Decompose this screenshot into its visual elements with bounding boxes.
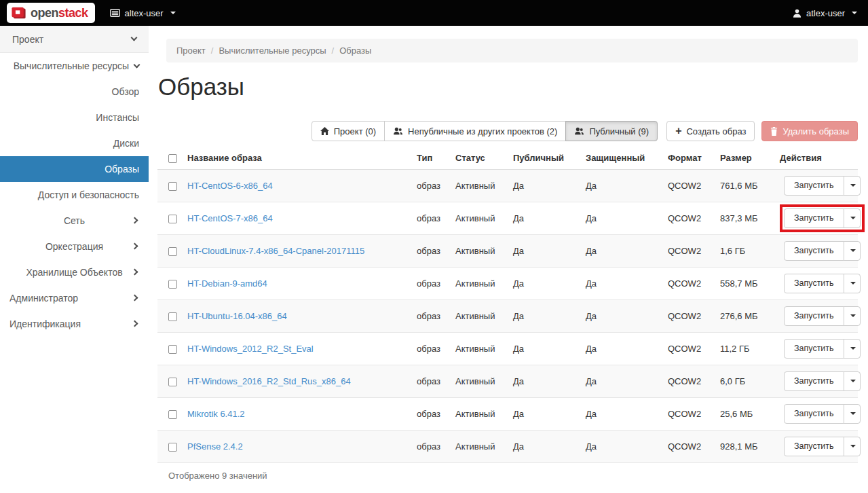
launch-button[interactable]: Запустить — [784, 437, 844, 456]
row-checkbox[interactable] — [168, 378, 177, 386]
image-status-cell: Активный — [455, 267, 513, 299]
action-highlight-box: Запустить — [780, 237, 865, 265]
sidebar-item-orchestration[interactable]: Оркестрация — [0, 234, 149, 259]
column-header-size: Размер — [720, 147, 780, 169]
row-checkbox[interactable] — [168, 247, 177, 256]
image-name-link[interactable]: HT-Ubuntu-16.04-x86_64 — [187, 311, 287, 321]
image-status-cell: Активный — [455, 332, 513, 365]
launch-dropdown-toggle[interactable] — [844, 274, 861, 293]
launch-dropdown-toggle[interactable] — [844, 371, 861, 391]
row-checkbox[interactable] — [168, 280, 177, 289]
image-type-cell: образ — [417, 169, 455, 202]
sidebar-item-network[interactable]: Сеть — [0, 208, 149, 234]
launch-button[interactable]: Запустить — [784, 208, 844, 228]
image-protected-cell: Да — [586, 299, 668, 332]
launch-button[interactable]: Запустить — [784, 339, 844, 359]
image-public-cell: Да — [513, 234, 586, 267]
select-all-checkbox[interactable] — [168, 154, 177, 163]
create-image-button[interactable]: + Создать образ — [666, 121, 755, 141]
users-icon — [574, 127, 584, 135]
image-name-link[interactable]: HT-CentOS-7-x86_64 — [187, 213, 273, 223]
sidebar-item-label: Оркестрация — [45, 241, 103, 252]
launch-button[interactable]: Запустить — [784, 371, 844, 391]
image-protected-cell: Да — [586, 267, 668, 299]
logo-text: openstack — [31, 6, 88, 20]
home-icon — [320, 127, 329, 135]
image-name-link[interactable]: HT-Debian-9-amd64 — [187, 278, 267, 289]
launch-button[interactable]: Запустить — [784, 404, 844, 424]
launch-dropdown-toggle[interactable] — [844, 241, 861, 261]
caret-down-icon — [850, 217, 856, 219]
filter-shared-button[interactable]: Непубличные из других проектов (2) — [384, 121, 566, 141]
sidebar-item-overview[interactable]: Обзор — [0, 79, 149, 105]
column-header-public: Публичный — [513, 147, 586, 169]
caret-down-icon — [850, 445, 856, 448]
user-menu[interactable]: atlex-user — [793, 8, 857, 18]
caret-down-icon — [850, 314, 856, 317]
row-checkbox[interactable] — [168, 182, 177, 191]
sidebar-item-access-security[interactable]: Доступ и безопасность — [0, 182, 149, 208]
image-name-link[interactable]: PfSense 2.4.2 — [187, 441, 243, 452]
image-format-cell: QCOW2 — [668, 365, 720, 397]
image-type-cell: образ — [417, 299, 455, 332]
sidebar-item-instances[interactable]: Инстансы — [0, 105, 149, 130]
image-status-cell: Активный — [455, 365, 513, 397]
project-switcher[interactable]: altex-user — [110, 8, 176, 18]
launch-dropdown-toggle[interactable] — [844, 437, 861, 456]
row-checkbox[interactable] — [168, 345, 177, 354]
launch-button[interactable]: Запустить — [784, 241, 844, 261]
table-row: HT-Windows_2016_R2_Std_Rus_x86_64 образ … — [157, 365, 858, 397]
caret-down-icon — [850, 347, 856, 350]
sidebar-item-label: Сеть — [64, 215, 85, 226]
image-name-link[interactable]: HT-Windows_2012_R2_St_Eval — [187, 344, 314, 354]
plus-icon: + — [675, 126, 681, 136]
row-checkbox[interactable] — [168, 410, 177, 419]
sidebar-item-object-store[interactable]: Хранилище Объектов — [0, 259, 149, 285]
image-public-cell: Да — [513, 202, 586, 234]
launch-dropdown-toggle[interactable] — [844, 306, 861, 326]
sidebar-item-identity[interactable]: Идентификация — [0, 311, 149, 337]
launch-button[interactable]: Запустить — [784, 274, 844, 293]
table-row: HT-CentOS-6-x86_64 образ Активный Да Да … — [157, 169, 858, 202]
launch-dropdown-toggle[interactable] — [844, 176, 861, 196]
image-format-cell: QCOW2 — [668, 267, 720, 299]
row-checkbox[interactable] — [168, 443, 177, 452]
delete-images-button[interactable]: Удалить образы — [761, 121, 858, 141]
filter-public-button[interactable]: Публичный (9) — [565, 121, 658, 141]
caret-down-icon — [850, 380, 856, 382]
caret-down-icon — [850, 412, 856, 415]
launch-button[interactable]: Запустить — [784, 176, 844, 196]
sidebar-item-volumes[interactable]: Диски — [0, 130, 149, 156]
sidebar-item-project[interactable]: Проект — [0, 26, 149, 53]
row-checkbox[interactable] — [168, 312, 177, 321]
sidebar-item-label: Хранилище Объектов — [26, 267, 122, 278]
chevron-down-icon — [852, 12, 857, 14]
image-name-link[interactable]: HT-CentOS-6-x86_64 — [187, 181, 273, 191]
breadcrumb-separator: / — [211, 45, 214, 56]
sidebar-item-admin[interactable]: Администратор — [0, 285, 149, 311]
image-type-cell: образ — [417, 332, 455, 365]
filter-label: Непубличные из других проектов (2) — [408, 126, 557, 136]
table-row: HT-Ubuntu-16.04-x86_64 образ Активный Да… — [157, 299, 858, 332]
image-name-link[interactable]: Mikrotik 6.41.2 — [187, 409, 245, 419]
image-type-cell: образ — [417, 365, 455, 397]
image-name-link[interactable]: HT-Windows_2016_R2_Std_Rus_x86_64 — [187, 376, 351, 386]
filter-project-button[interactable]: Проект (0) — [312, 121, 385, 141]
table-row: HT-CloudLinux-7.4-x86_64-Cpanel-20171115… — [157, 234, 858, 267]
breadcrumb-project[interactable]: Проект — [176, 45, 206, 56]
table-toolbar: Проект (0) Непубличные из других проекто… — [157, 121, 858, 141]
image-name-link[interactable]: HT-CloudLinux-7.4-x86_64-Cpanel-20171115 — [187, 246, 364, 256]
launch-dropdown-toggle[interactable] — [844, 208, 861, 228]
openstack-logo[interactable]: openstack — [7, 3, 95, 23]
sidebar-item-compute[interactable]: Вычислительные ресурсы — [0, 53, 149, 79]
row-checkbox[interactable] — [168, 215, 177, 223]
image-format-cell: QCOW2 — [668, 397, 720, 430]
image-size-cell: 761,6 МБ — [720, 169, 780, 202]
launch-button[interactable]: Запустить — [784, 306, 844, 326]
sidebar-item-images[interactable]: Образы — [0, 156, 149, 182]
launch-dropdown-toggle[interactable] — [844, 404, 861, 424]
delete-images-label: Удалить образы — [782, 126, 849, 136]
launch-dropdown-toggle[interactable] — [844, 339, 861, 359]
sidebar-item-label: Инстансы — [96, 112, 139, 123]
breadcrumb-compute[interactable]: Вычислительные ресурсы — [219, 45, 326, 56]
